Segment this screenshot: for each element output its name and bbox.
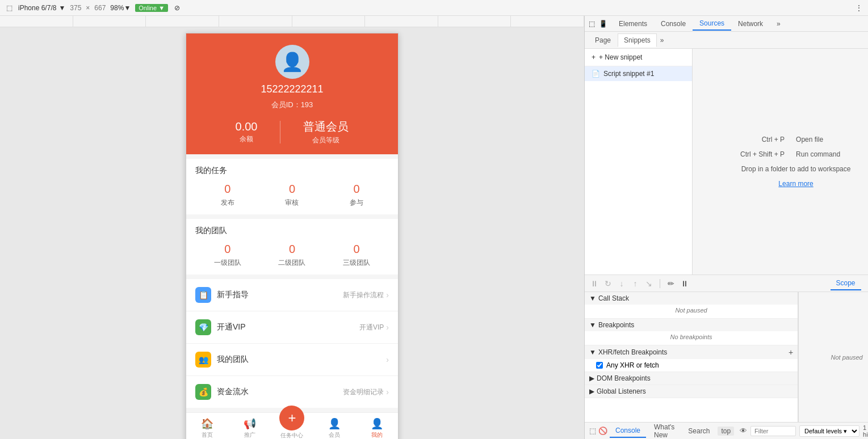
- ruler-seg-5: [292, 16, 366, 27]
- ruler-seg-6: [365, 16, 438, 27]
- team-level2-num: 0: [278, 243, 305, 256]
- console-block-icon[interactable]: 🚫: [598, 427, 607, 435]
- more-options-icon[interactable]: ⊘: [173, 3, 182, 12]
- nav-home[interactable]: 🏠 首页: [186, 413, 229, 439]
- menu-item-team[interactable]: 👥 我的团队 ›: [186, 344, 398, 376]
- snippet-item-1[interactable]: 📄 Script snippet #1: [585, 66, 692, 81]
- home-label: 首页: [202, 431, 213, 439]
- tab-sources[interactable]: Sources: [693, 17, 731, 31]
- debug-separator: [660, 279, 660, 288]
- funds-right: 资金明细记录 ›: [343, 387, 389, 397]
- avatar-icon: 👤: [281, 51, 304, 73]
- browser-viewport: 👤 15222222211 会员ID：193 0.00 余额 普通会员 会员等级: [0, 16, 584, 439]
- zoom-selector[interactable]: 98%▼: [110, 4, 131, 12]
- guide-label: 新手指导: [217, 290, 343, 300]
- tab-elements[interactable]: Elements: [612, 18, 654, 30]
- call-stack-header[interactable]: ▼ Call Stack: [585, 292, 798, 305]
- device-dropdown-icon: ▼: [58, 4, 65, 12]
- debug-right: Scope Watch: [831, 277, 868, 290]
- menu-item-guide[interactable]: 📋 新手指导 新手操作流程 ›: [186, 279, 398, 311]
- member-icon: 👤: [328, 417, 341, 430]
- xhr-item-any: Any XHR or fetch: [585, 359, 798, 372]
- nav-promote[interactable]: 📢 推广: [229, 413, 271, 439]
- toggle-device-toolbar[interactable]: ⬚: [5, 3, 14, 12]
- my-tasks-title: 我的任务: [195, 166, 389, 176]
- dom-breakpoints-header[interactable]: ▶ DOM Breakpoints: [585, 372, 798, 385]
- nav-tasks[interactable]: + 任务中心: [271, 413, 313, 439]
- pause-exceptions-btn[interactable]: ⏸: [680, 278, 690, 289]
- console-icons-left: ⬚ 🚫: [589, 427, 607, 435]
- network-status[interactable]: Online ▼: [135, 4, 168, 12]
- console-filter-input[interactable]: [750, 426, 796, 436]
- devtools-device-icon[interactable]: 📱: [598, 19, 607, 28]
- device-selector[interactable]: iPhone 6/7/8 ▼: [18, 4, 65, 12]
- dom-arrow: ▶: [589, 374, 594, 382]
- nav-member[interactable]: 👤 会员: [313, 413, 356, 439]
- viewport-height: 667: [94, 4, 106, 12]
- scope-not-paused: Not paused: [799, 292, 868, 422]
- member-level-label: 会员等级: [303, 136, 349, 145]
- tab-console[interactable]: Console: [654, 18, 693, 30]
- menu-item-vip[interactable]: 💎 开通VIP 开通VIP ›: [186, 311, 398, 344]
- global-title: Global Listeners: [597, 387, 646, 395]
- step-btn[interactable]: ↘: [644, 278, 654, 289]
- call-stack-arrow: ▼: [589, 294, 596, 302]
- task-participate: 0 参与: [350, 183, 363, 208]
- console-eye-icon[interactable]: 👁: [740, 427, 747, 435]
- src-tab-page[interactable]: Page: [589, 34, 617, 47]
- top-toolbar: ⬚ iPhone 6/7/8 ▼ 375 × 667 98%▼ Online ▼…: [0, 0, 868, 16]
- nav-mine[interactable]: 👤 我的: [355, 413, 398, 439]
- step-into-btn[interactable]: ↓: [617, 278, 627, 289]
- breakpoints-section: ▼ Breakpoints No breakpoints: [585, 319, 798, 345]
- mine-label: 我的: [371, 431, 383, 439]
- profile-header: 👤 15222222211 会员ID：193 0.00 余额 普通会员 会员等级: [186, 33, 398, 154]
- learn-more-link[interactable]: Learn more: [778, 180, 813, 188]
- watch-tab[interactable]: Watch: [865, 277, 868, 290]
- vip-icon: 💎: [195, 319, 211, 335]
- profile-phone: 15222222211: [261, 83, 323, 95]
- console-dock-icon[interactable]: ⬚: [589, 427, 596, 435]
- task-participate-label: 参与: [350, 198, 363, 208]
- promote-icon: 📢: [244, 417, 256, 430]
- tab-more[interactable]: »: [770, 18, 787, 30]
- devtools-dock-icon[interactable]: ⬚: [587, 19, 596, 28]
- more-toolbar-icon[interactable]: ⋮: [854, 3, 863, 12]
- menu-item-funds[interactable]: 💰 资金流水 资金明细记录 ›: [186, 376, 398, 408]
- tab-network[interactable]: Network: [731, 18, 770, 30]
- shortcut-run-keys: Ctrl + Shift + P: [716, 150, 785, 158]
- xhr-add-btn[interactable]: +: [789, 348, 793, 357]
- main-area: 👤 15222222211 会员ID：193 0.00 余额 普通会员 会员等级: [0, 16, 868, 439]
- my-tasks-section: 我的任务 0 发布 0 审核 0 参与: [186, 159, 398, 214]
- shortcut-run-action: Run command: [796, 150, 840, 158]
- shortcut-open-action: Open file: [796, 136, 823, 143]
- src-tab-more[interactable]: »: [660, 36, 664, 44]
- scope-tab[interactable]: Scope: [831, 277, 861, 290]
- deactivate-btn[interactable]: ✏: [666, 278, 676, 289]
- call-stack-title: Call Stack: [598, 294, 629, 302]
- xhr-breakpoints-header[interactable]: ▼ XHR/fetch Breakpoints +: [585, 345, 798, 359]
- log-level-select[interactable]: Default levels ▾: [799, 425, 859, 437]
- ruler-seg-4: [219, 16, 292, 27]
- shortcut-run-command: Ctrl + Shift + P Run command: [716, 150, 868, 158]
- task-participate-num: 0: [350, 183, 363, 196]
- team-level3: 0 三级团队: [343, 243, 370, 268]
- whats-new-tab[interactable]: What's New: [648, 421, 680, 440]
- console-tab[interactable]: Console: [610, 424, 646, 438]
- dom-title: DOM Breakpoints: [597, 374, 651, 382]
- balance-stat: 0.00 余额: [236, 120, 258, 144]
- global-listeners-header[interactable]: ▶ Global Listeners: [585, 385, 798, 398]
- pause-btn[interactable]: ⏸: [589, 278, 599, 289]
- team-icon: 👥: [195, 352, 211, 368]
- step-over-btn[interactable]: ↻: [603, 278, 613, 289]
- debugger-toolbar: ⏸ ↻ ↓ ↑ ↘ ✏ ⏸ Scope Watch: [585, 275, 868, 292]
- new-snippet-label: + New snippet: [599, 53, 642, 61]
- search-tab[interactable]: Search: [682, 425, 715, 437]
- balance-value: 0.00: [236, 120, 258, 133]
- breakpoints-header[interactable]: ▼ Breakpoints: [585, 319, 798, 331]
- tasks-label: 任务中心: [280, 432, 303, 439]
- call-stack-content: Not paused: [585, 305, 798, 318]
- src-tab-snippets[interactable]: Snippets: [618, 33, 657, 47]
- new-snippet-button[interactable]: + + New snippet: [585, 49, 692, 66]
- step-out-btn[interactable]: ↑: [630, 278, 640, 289]
- xhr-checkbox[interactable]: [596, 362, 603, 369]
